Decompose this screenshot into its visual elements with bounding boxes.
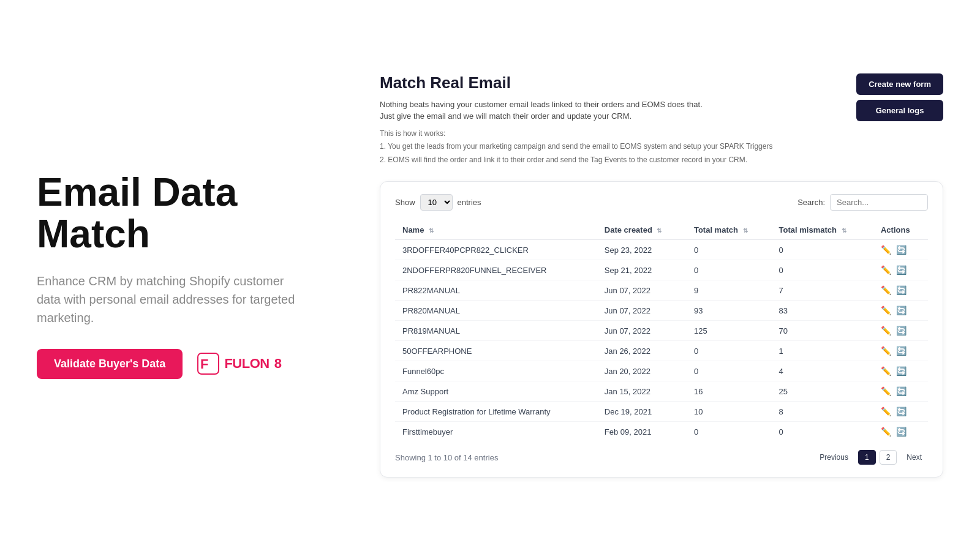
cell-mismatch: 0 — [772, 240, 873, 260]
info-title: Match Real Email — [380, 73, 772, 92]
entries-select[interactable]: 10 25 50 — [420, 194, 453, 211]
table-footer: Showing 1 to 10 of 14 entries Previous 1… — [395, 450, 928, 465]
cell-actions: ✏️ 🔄 — [873, 341, 928, 361]
cell-match: 9 — [687, 280, 772, 301]
left-actions: Validate Buyer's Data F FULON 8 — [37, 349, 343, 379]
pagination: Previous 1 2 Next — [813, 450, 928, 465]
next-button[interactable]: Next — [900, 451, 928, 464]
table-controls: Show 10 25 50 entries Search: — [395, 194, 928, 211]
prev-button[interactable]: Previous — [813, 451, 854, 464]
refresh-icon[interactable]: 🔄 — [896, 285, 907, 295]
cell-actions: ✏️ 🔄 — [873, 422, 928, 442]
cell-match: 16 — [687, 381, 772, 402]
cell-name: PR822MANUAL — [395, 280, 597, 301]
cell-match: 0 — [687, 260, 772, 280]
edit-icon[interactable]: ✏️ — [881, 305, 891, 315]
col-name[interactable]: Name ⇅ — [395, 220, 597, 240]
svg-text:F: F — [200, 356, 208, 372]
cell-name: Firsttimebuyer — [395, 422, 597, 442]
refresh-icon[interactable]: 🔄 — [896, 326, 907, 335]
cell-mismatch: 83 — [772, 301, 873, 321]
col-total-match[interactable]: Total match ⇅ — [687, 220, 772, 240]
table-row: Amz Support Jan 15, 2022 16 25 ✏️ 🔄 — [395, 381, 928, 402]
show-entries: Show 10 25 50 entries — [395, 194, 481, 211]
refresh-icon[interactable]: 🔄 — [896, 346, 907, 356]
refresh-icon[interactable]: 🔄 — [896, 265, 907, 275]
table-row: 50OFFEARPHONE Jan 26, 2022 0 1 ✏️ 🔄 — [395, 341, 928, 361]
cell-actions: ✏️ 🔄 — [873, 240, 928, 260]
entries-label: entries — [458, 198, 481, 207]
page-1-button[interactable]: 1 — [858, 450, 876, 465]
edit-icon[interactable]: ✏️ — [881, 427, 891, 437]
cell-date: Dec 19, 2021 — [597, 402, 687, 422]
info-desc: Nothing beats having your customer email… — [380, 99, 772, 122]
fulon-logo-icon: F — [197, 353, 219, 375]
cell-actions: ✏️ 🔄 — [873, 402, 928, 422]
showing-label: Showing 1 to 10 of 14 entries — [395, 453, 498, 462]
table-row: PR819MANUAL Jun 07, 2022 125 70 ✏️ 🔄 — [395, 321, 928, 341]
edit-icon[interactable]: ✏️ — [881, 265, 891, 275]
general-logs-button[interactable]: General logs — [856, 100, 943, 121]
table-card: Show 10 25 50 entries Search: Name ⇅ — [380, 181, 943, 478]
table-header: Name ⇅ Date created ⇅ Total match ⇅ Tota… — [395, 220, 928, 240]
cell-date: Jun 07, 2022 — [597, 321, 687, 341]
refresh-icon[interactable]: 🔄 — [896, 245, 907, 255]
col-date-created[interactable]: Date created ⇅ — [597, 220, 687, 240]
edit-icon[interactable]: ✏️ — [881, 285, 891, 295]
col-total-mismatch[interactable]: Total mismatch ⇅ — [772, 220, 873, 240]
refresh-icon[interactable]: 🔄 — [896, 407, 907, 416]
right-panel: Match Real Email Nothing beats having yo… — [380, 73, 943, 478]
cell-actions: ✏️ 🔄 — [873, 280, 928, 301]
table-row: Funnel60pc Jan 20, 2022 0 4 ✏️ 🔄 — [395, 361, 928, 381]
validate-button[interactable]: Validate Buyer's Data — [37, 349, 183, 379]
table-row: 3RDOFFER40PCPR822_CLICKER Sep 23, 2022 0… — [395, 240, 928, 260]
search-input[interactable] — [830, 194, 928, 211]
refresh-icon[interactable]: 🔄 — [896, 386, 907, 396]
cell-date: Jan 20, 2022 — [597, 361, 687, 381]
cell-date: Jun 07, 2022 — [597, 301, 687, 321]
refresh-icon[interactable]: 🔄 — [896, 305, 907, 315]
edit-icon[interactable]: ✏️ — [881, 346, 891, 356]
cell-mismatch: 8 — [772, 402, 873, 422]
cell-mismatch: 25 — [772, 381, 873, 402]
cell-actions: ✏️ 🔄 — [873, 381, 928, 402]
cell-name: Funnel60pc — [395, 361, 597, 381]
table-row: Product Registration for Lifetime Warran… — [395, 402, 928, 422]
cell-mismatch: 1 — [772, 341, 873, 361]
cell-date: Jan 26, 2022 — [597, 341, 687, 361]
cell-date: Jan 15, 2022 — [597, 381, 687, 402]
cell-match: 125 — [687, 321, 772, 341]
cell-name: PR820MANUAL — [395, 301, 597, 321]
table-row: 2NDOFFERPR820FUNNEL_RECEIVER Sep 21, 202… — [395, 260, 928, 280]
edit-icon[interactable]: ✏️ — [881, 407, 891, 416]
edit-icon[interactable]: ✏️ — [881, 366, 891, 376]
data-table: Name ⇅ Date created ⇅ Total match ⇅ Tota… — [395, 220, 928, 441]
edit-icon[interactable]: ✏️ — [881, 386, 891, 396]
cell-match: 0 — [687, 422, 772, 442]
refresh-icon[interactable]: 🔄 — [896, 366, 907, 376]
cell-date: Sep 23, 2022 — [597, 240, 687, 260]
step-1: 1. You get the leads from your marketing… — [380, 140, 772, 154]
main-heading: Email Data Match — [37, 172, 343, 254]
edit-icon[interactable]: ✏️ — [881, 245, 891, 255]
cell-name: 50OFFEARPHONE — [395, 341, 597, 361]
show-label: Show — [395, 198, 415, 207]
cell-mismatch: 0 — [772, 260, 873, 280]
cell-actions: ✏️ 🔄 — [873, 260, 928, 280]
create-new-form-button[interactable]: Create new form — [856, 73, 943, 95]
cell-mismatch: 4 — [772, 361, 873, 381]
edit-icon[interactable]: ✏️ — [881, 326, 891, 335]
cell-name: Amz Support — [395, 381, 597, 402]
left-panel: Email Data Match Enhance CRM by matching… — [37, 172, 343, 378]
cell-match: 10 — [687, 402, 772, 422]
page-2-button[interactable]: 2 — [880, 450, 897, 465]
cell-mismatch: 0 — [772, 422, 873, 442]
cell-name: 3RDOFFER40PCPR822_CLICKER — [395, 240, 597, 260]
cell-match: 0 — [687, 240, 772, 260]
refresh-icon[interactable]: 🔄 — [896, 427, 907, 437]
logo-container: F FULON 8 — [197, 353, 282, 375]
search-area: Search: — [797, 194, 928, 211]
cell-date: Jun 07, 2022 — [597, 280, 687, 301]
cell-name: Product Registration for Lifetime Warran… — [395, 402, 597, 422]
cell-date: Sep 21, 2022 — [597, 260, 687, 280]
